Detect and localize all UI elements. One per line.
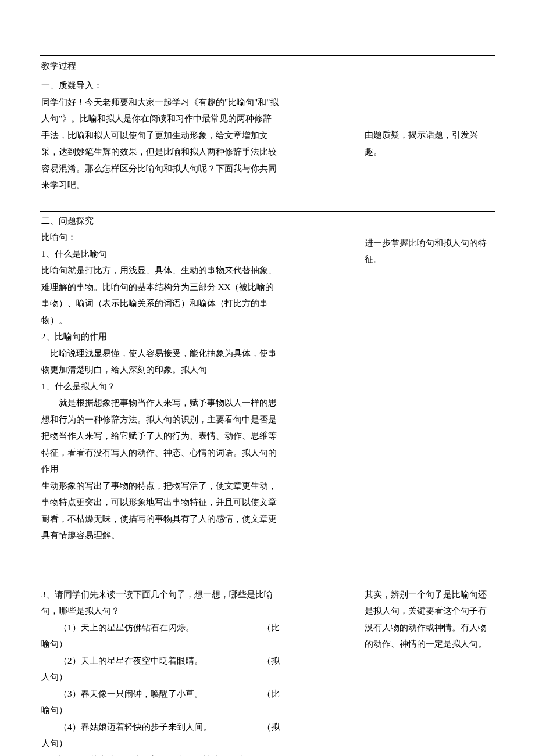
ex2-end: 人句） xyxy=(41,672,67,682)
ex1-end: 喻句） xyxy=(41,639,67,648)
ex3-tag: （比 xyxy=(262,686,280,703)
exercise-2: （2）天上的星星在夜空中眨着眼睛。 （拟 xyxy=(41,653,280,669)
exercise-mid xyxy=(281,585,363,756)
q3-title: 3、请同学们先来读一读下面几个句子，想一想，哪些是比喻句，哪些是拟人句？ xyxy=(41,590,273,616)
b1-body: 比喻句就是打比方，用浅显、具体、生动的事物来代替抽象、难理解的事物。比喻句的基本… xyxy=(41,266,277,325)
n1-body2: 生动形象的写出了事物的特点，把物写活了，使文章更生动，事物特点更突出，可以形象地… xyxy=(41,481,277,540)
ex3-end: 喻句） xyxy=(41,705,67,715)
exercise-content: 3、请同学们先来读一读下面几个句子，想一想，哪些是比喻句，哪些是拟人句？ （1）… xyxy=(40,585,281,756)
b2-title: 2、比喻句的作用 xyxy=(41,332,107,341)
lesson-table: 教学过程 一、质疑导入： 同学们好！今天老师要和大家一起学习《有趣的"比喻句"和… xyxy=(40,55,495,756)
exercise-1: （1）天上的星星仿佛钻石在闪烁。 （比 xyxy=(41,619,280,636)
ex2-text: （2）天上的星星在夜空中眨着眼睛。 xyxy=(41,653,262,669)
ex4-text: （4）春姑娘迈着轻快的步子来到人间。 xyxy=(41,719,262,736)
ex2-tag: （拟 xyxy=(262,653,280,669)
intro-title: 一、质疑导入： xyxy=(41,81,102,90)
b2-body: 比喻说理浅显易懂，使人容易接受，能化抽象为具体，使事物更加清楚明白，给人深刻的印… xyxy=(41,345,280,378)
intro-note: 由题质疑，揭示话题，引发兴趣。 xyxy=(365,130,478,156)
biyu-title: 比喻句： xyxy=(41,232,76,242)
explore-note: 进一步掌握比喻句和拟人句的特征。 xyxy=(365,238,487,264)
ex1-tag: （比 xyxy=(262,619,280,636)
explore-title: 二、问题探究 xyxy=(41,216,94,225)
n1-title: 1、什么是拟人句？ xyxy=(41,382,116,391)
ex3-text: （3）春天像一只闹钟，唤醒了小草。 xyxy=(41,686,262,703)
ex1-text: （1）天上的星星仿佛钻石在闪烁。 xyxy=(41,619,262,636)
intro-body: 同学们好！今天老师要和大家一起学习《有趣的"比喻句"和"拟人句"》。比喻和拟人是… xyxy=(41,98,279,190)
section-intro-row: 一、质疑导入： 同学们好！今天老师要和大家一起学习《有趣的"比喻句"和"拟人句"… xyxy=(40,76,495,212)
section-exercise-row: 3、请同学们先来读一读下面几个句子，想一想，哪些是比喻句，哪些是拟人句？ （1）… xyxy=(40,585,495,756)
intro-content: 一、质疑导入： 同学们好！今天老师要和大家一起学习《有趣的"比喻句"和"拟人句"… xyxy=(40,76,281,212)
ex4-tag: （拟 xyxy=(262,719,280,736)
intro-mid xyxy=(281,76,363,212)
exercise-3: （3）春天像一只闹钟，唤醒了小草。 （比 xyxy=(41,686,280,703)
ex4-end: 人句） xyxy=(41,739,67,748)
explore-note-cell: 进一步掌握比喻句和拟人句的特征。 xyxy=(363,211,495,585)
header-row: 教学过程 xyxy=(40,56,495,76)
document-page: 教学过程 一、质疑导入： 同学们好！今天老师要和大家一起学习《有趣的"比喻句"和… xyxy=(0,0,535,756)
explore-content: 二、问题探究 比喻句： 1、什么是比喻句 比喻句就是打比方，用浅显、具体、生动的… xyxy=(40,211,281,585)
section-explore-row: 二、问题探究 比喻句： 1、什么是比喻句 比喻句就是打比方，用浅显、具体、生动的… xyxy=(40,211,495,585)
n1-body: 就是根据想象把事物当作人来写，赋予事物以人一样的思想和行为的一种修辞方法。拟人句… xyxy=(41,395,280,478)
exercise-4: （4）春姑娘迈着轻快的步子来到人间。 （拟 xyxy=(41,719,280,736)
intro-note-cell: 由题质疑，揭示话题，引发兴趣。 xyxy=(363,76,495,212)
exercise-note: 其实，辨别一个句子是比喻句还是拟人句，关键要看这个句子有没有人物的动作或神情。有… xyxy=(365,590,487,649)
explore-mid xyxy=(281,211,363,585)
exercise-note-cell: 其实，辨别一个句子是比喻句还是拟人句，关键要看这个句子有没有人物的动作或神情。有… xyxy=(363,585,495,756)
header-title: 教学过程 xyxy=(41,61,76,70)
header-cell: 教学过程 xyxy=(40,56,495,76)
b1-title: 1、什么是比喻句 xyxy=(41,249,107,259)
